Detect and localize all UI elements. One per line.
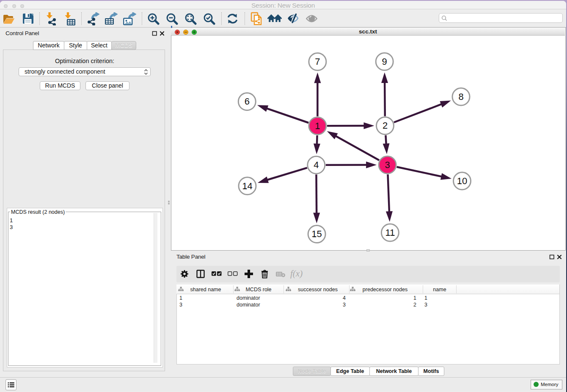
svg-text:7: 7 (315, 56, 320, 67)
svg-text:6: 6 (245, 96, 250, 107)
svg-text:8: 8 (458, 91, 463, 102)
svg-text:14: 14 (242, 181, 252, 191)
svg-text:2: 2 (383, 120, 388, 131)
svg-text:3: 3 (385, 160, 390, 170)
svg-text:9: 9 (382, 56, 387, 67)
svg-text:11: 11 (385, 227, 395, 238)
svg-text:4: 4 (314, 160, 319, 170)
svg-text:1: 1 (315, 121, 320, 131)
svg-text:15: 15 (311, 229, 322, 239)
svg-text:10: 10 (457, 176, 467, 186)
